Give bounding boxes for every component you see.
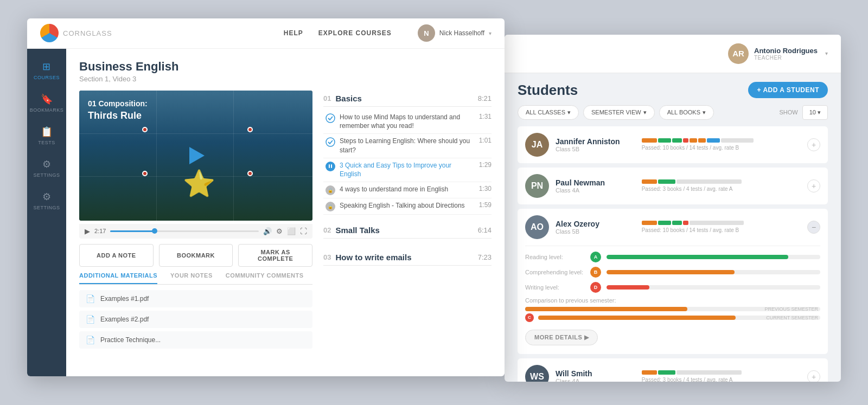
check-icon-2	[326, 137, 335, 147]
more-details-button[interactable]: MORE DETAILS ▶	[525, 330, 598, 345]
material-name-1: Examples #1.pdf	[100, 295, 149, 303]
student-avatar-2: PN	[525, 174, 549, 198]
play-triangle-icon	[189, 147, 205, 164]
lesson-item-4[interactable]: 🔒 4 ways to understand more in English 1…	[323, 182, 492, 198]
student-card-4: WS Will Smith Class 4A Passed: 3 books /…	[518, 358, 828, 382]
tests-icon: 📋	[41, 126, 53, 138]
curr-semester-label: CURRENT SEMESTER	[766, 315, 818, 320]
student-row-1: JA Jannifer Anniston Class 5B	[525, 133, 820, 157]
grid-line-v1	[156, 91, 157, 221]
material-item-1[interactable]: 📄 Examples #1.pdf	[79, 290, 312, 307]
chevron-down-icon: ▾	[489, 30, 492, 36]
section-title-1: Basics	[335, 94, 361, 103]
student-row-4: WS Will Smith Class 4A Passed: 3 books /…	[525, 365, 820, 382]
student-collapse-btn-3[interactable]: −	[807, 221, 820, 234]
pause-icon-3	[326, 162, 335, 171]
show-count-select[interactable]: 10 ▾	[802, 105, 828, 120]
section-time-3: 7:23	[478, 253, 492, 261]
student-add-btn-2[interactable]: +	[807, 179, 820, 192]
sidebar-item-settings[interactable]: ⚙ SETTINGS	[27, 152, 66, 184]
lesson-item-1[interactable]: How to use Mind Maps to understand and r…	[323, 110, 492, 134]
student-stats-4: Passed: 3 books / 4 tests / avg. rate A	[642, 377, 801, 382]
progress-bars-2	[642, 179, 801, 184]
lesson-text-4: 4 ways to understand more in English	[340, 185, 475, 194]
filter-classes[interactable]: ALL CLASSES ▾	[518, 105, 579, 120]
lesson-item-3[interactable]: 3 Quick and Easy Tips to Improve your En…	[323, 158, 492, 183]
filter-books[interactable]: ALL BOOKS ▾	[659, 105, 714, 120]
filter-row: ALL CLASSES ▾ SEMESTER VIEW ▾ ALL BOOKS …	[505, 105, 841, 126]
student-add-btn-4[interactable]: +	[807, 370, 820, 382]
progress-track[interactable]	[110, 230, 259, 232]
student-card-3: AO Alex Ozeroy Class 5B Passed	[518, 209, 828, 354]
video-overlay-title: 01 Composition:	[88, 99, 148, 108]
student-card-1: JA Jannifer Anniston Class 5B	[518, 126, 828, 163]
help-link[interactable]: HELP	[284, 29, 303, 37]
show-label: SHOW	[779, 109, 797, 115]
play-button[interactable]	[183, 143, 209, 169]
pip-icon[interactable]: ⬜	[287, 227, 296, 235]
video-controls: ▶ 2:17 🔊 ⚙ ⬜ ⛶	[79, 224, 312, 239]
student-class-2: Class 4A	[556, 187, 635, 194]
lesson-text-3: 3 Quick and Easy Tips to Improve your En…	[340, 161, 475, 179]
comprehending-bar-track	[607, 270, 820, 274]
course-main: Business English Section 1, Video 3	[66, 49, 505, 376]
add-note-button[interactable]: ADD A NOTE	[79, 244, 154, 267]
student-class-3: Class 5B	[556, 228, 635, 235]
brand-name: cornglass	[63, 29, 112, 37]
tab-notes[interactable]: YOUR NOTES	[170, 272, 213, 284]
add-student-button[interactable]: + ADD A STUDENT	[748, 82, 828, 98]
filter-view-label: SEMESTER VIEW	[591, 109, 641, 115]
reading-label: Reading level:	[525, 254, 585, 260]
lesson-item-2[interactable]: Steps to Learning English: Where should …	[323, 134, 492, 158]
fullscreen-icon[interactable]: ⛶	[300, 227, 307, 235]
pb-seg-2-bg	[676, 179, 742, 184]
sidebar-item-settings2[interactable]: ⚙ SETTINGS	[27, 184, 66, 217]
tab-comments[interactable]: COMMUNITY COMMENTS	[226, 272, 304, 284]
teacher-details: Antonio Rodrigues TEACHER	[754, 47, 818, 61]
section-time-2: 6:14	[478, 226, 492, 234]
filter-classes-label: ALL CLASSES	[526, 109, 565, 115]
mark-complete-button[interactable]: MARK AS COMPLETE	[238, 244, 312, 267]
volume-icon[interactable]: 🔊	[263, 227, 272, 235]
sidebar-item-courses[interactable]: ⊞ COURSES	[27, 54, 66, 87]
sidebar-item-bookmarks[interactable]: 🔖 BOOKMARKS	[27, 87, 66, 119]
pdf-icon-2: 📄	[86, 315, 95, 324]
explore-link[interactable]: EXPLORE COURSES	[318, 29, 392, 37]
pb-seg-4-2	[658, 370, 675, 375]
lock-icon-5: 🔒	[326, 202, 335, 211]
tab-materials[interactable]: ADDITIONAL MATERIALS	[79, 272, 157, 284]
detail-row-writing: Writing level: D	[525, 282, 820, 293]
section-num-2: 02	[323, 226, 331, 234]
pb-seg-4-bg	[676, 370, 742, 375]
video-player[interactable]: 01 Composition: Thirds Rule ⭐	[79, 91, 312, 221]
play-ctrl-icon[interactable]: ▶	[85, 227, 90, 235]
course-body: ⊞ COURSES 🔖 BOOKMARKS 📋 TESTS ⚙ SETTINGS…	[27, 49, 505, 376]
starfish-icon: ⭐	[183, 169, 215, 199]
pdf-icon-1: 📄	[86, 294, 95, 303]
student-card-2: PN Paul Newman Class 4A Passed: 3 books …	[518, 168, 828, 204]
pdf-icon-3: 📄	[86, 336, 95, 344]
pb-seg-1-7	[707, 138, 720, 143]
student-info-1: Jannifer Anniston Class 5B	[556, 137, 635, 152]
user-info[interactable]: N Nick Hasselhoff ▾	[418, 24, 492, 42]
lesson-text-2: Steps to Learning English: Where should …	[340, 137, 475, 155]
bookmark-button[interactable]: BOOKMARK	[159, 244, 233, 267]
student-info-2: Paul Newman Class 4A	[556, 178, 635, 194]
logo-icon	[40, 24, 59, 42]
lesson-item-5[interactable]: 🔒 Speaking English - Talking about Direc…	[323, 198, 492, 215]
filter-view[interactable]: SEMESTER VIEW ▾	[583, 105, 655, 120]
student-name-3: Alex Ozeroy	[556, 220, 635, 228]
student-add-btn-1[interactable]: +	[807, 138, 820, 151]
grid-line-v2	[233, 91, 234, 221]
user-name: Nick Hasselhoff	[439, 29, 484, 37]
material-item-3[interactable]: 📄 Practice Technique...	[79, 331, 312, 349]
teacher-role: TEACHER	[754, 55, 818, 61]
prev-semester-track: PREVIOUS SEMESTER	[525, 307, 820, 311]
pb-seg-1-6	[698, 138, 706, 143]
sidebar-item-tests[interactable]: 📋 TESTS	[27, 119, 66, 152]
material-item-2[interactable]: 📄 Examples #2.pdf	[79, 311, 312, 328]
writing-grade: D	[594, 285, 598, 290]
compare-label: Comparison to previous semester:	[525, 297, 820, 304]
material-name-2: Examples #2.pdf	[100, 316, 149, 323]
settings-ctrl-icon[interactable]: ⚙	[276, 227, 283, 235]
